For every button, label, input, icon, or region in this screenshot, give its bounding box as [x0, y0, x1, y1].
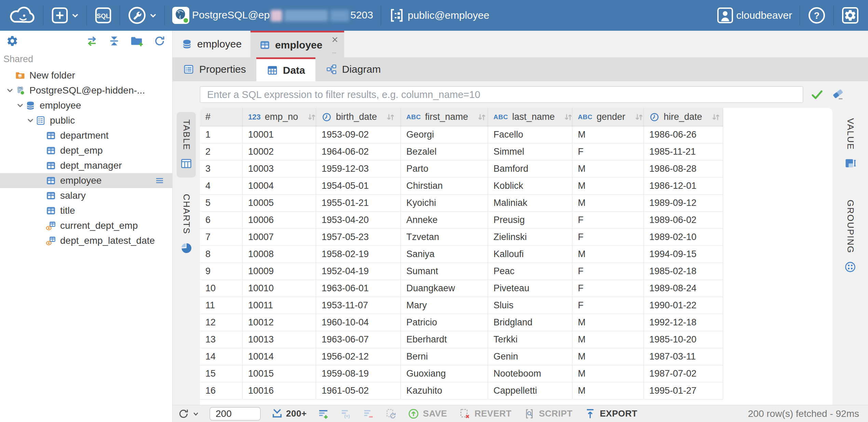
- data-cell-last_name[interactable]: Bridgland: [488, 314, 572, 331]
- table-row[interactable]: 13100131963-06-07EberhardtTerkkiM1985-10…: [200, 331, 723, 348]
- tab-diagram[interactable]: Diagram: [315, 57, 391, 81]
- sort-icon[interactable]: [710, 112, 721, 123]
- data-cell-emp_no[interactable]: 10006: [243, 212, 316, 228]
- table-row[interactable]: 2100021964-06-02BezalelSimmelF1985-11-21: [200, 143, 723, 160]
- data-cell-emp_no[interactable]: 10012: [243, 314, 316, 331]
- data-cell-gender[interactable]: M: [572, 178, 644, 194]
- data-cell-hire_date[interactable]: 1989-08-24: [644, 280, 723, 297]
- tree-item-employee[interactable]: employee: [0, 173, 172, 188]
- sidebar-settings-button[interactable]: [6, 35, 18, 47]
- presentation-tab-grouping[interactable]: GROUPING: [841, 192, 860, 281]
- settings-button[interactable]: [841, 6, 859, 24]
- data-cell-last_name[interactable]: Maliniak: [488, 195, 572, 211]
- tree-item-department[interactable]: department: [0, 128, 172, 143]
- data-cell-first_name[interactable]: Duangkaew: [401, 280, 488, 297]
- chevron-down-icon[interactable]: [5, 85, 15, 96]
- data-cell-emp_no[interactable]: 10003: [243, 160, 316, 177]
- tree-item-salary[interactable]: salary: [0, 188, 172, 203]
- data-cell-birth_date[interactable]: 1954-05-01: [316, 178, 401, 194]
- chevron-down-icon[interactable]: [15, 100, 25, 111]
- data-cell-birth_date[interactable]: 1959-12-03: [316, 160, 401, 177]
- data-cell-gender[interactable]: F: [572, 143, 644, 160]
- data-cell-emp_no[interactable]: 10002: [243, 143, 316, 160]
- sort-icon[interactable]: [634, 112, 645, 123]
- row-number-cell[interactable]: 2: [200, 143, 243, 160]
- data-cell-hire_date[interactable]: 1992-12-18: [644, 314, 723, 331]
- row-number-cell[interactable]: 12: [200, 314, 243, 331]
- sort-icon[interactable]: [476, 112, 487, 123]
- data-cell-birth_date[interactable]: 1961-05-02: [316, 382, 401, 399]
- data-cell-last_name[interactable]: Preusig: [488, 212, 572, 228]
- tools-button[interactable]: [127, 6, 157, 25]
- data-cell-hire_date[interactable]: 1987-07-02: [644, 365, 723, 382]
- column-header-hire_date[interactable]: hire_date: [644, 108, 723, 126]
- table-row[interactable]: 11100111953-11-07MarySluisF1990-01-22: [200, 297, 723, 314]
- data-cell-last_name[interactable]: Terkki: [488, 331, 572, 348]
- data-cell-first_name[interactable]: Eberhardt: [401, 331, 488, 348]
- sql-filter-input[interactable]: [200, 86, 803, 103]
- data-cell-emp_no[interactable]: 10005: [243, 195, 316, 211]
- data-cell-birth_date[interactable]: 1964-06-02: [316, 143, 401, 160]
- data-cell-gender[interactable]: M: [572, 314, 644, 331]
- user-menu[interactable]: cloudbeaver: [717, 7, 792, 24]
- tree-item-postgresql-ep-hidden-[interactable]: PostgreSQL@ep-hidden-...: [0, 83, 172, 98]
- data-cell-birth_date[interactable]: 1957-05-23: [316, 229, 401, 245]
- data-cell-first_name[interactable]: Patricio: [401, 314, 488, 331]
- data-cell-hire_date[interactable]: 1985-02-18: [644, 263, 723, 280]
- table-row[interactable]: 10100101963-06-01DuangkaewPiveteauF1989-…: [200, 280, 723, 297]
- row-number-cell[interactable]: 11: [200, 297, 243, 314]
- data-cell-birth_date[interactable]: 1959-08-19: [316, 365, 401, 382]
- row-number-cell[interactable]: 9: [200, 263, 243, 280]
- table-row[interactable]: 16100161961-05-02KazuhitoCappellettiM199…: [200, 382, 723, 399]
- data-cell-gender[interactable]: F: [572, 263, 644, 280]
- row-number-cell[interactable]: 14: [200, 348, 243, 365]
- data-cell-hire_date[interactable]: 1987-03-11: [644, 348, 723, 365]
- column-header-rownum[interactable]: #: [200, 108, 243, 126]
- export-button[interactable]: EXPORT: [584, 408, 637, 420]
- data-cell-birth_date[interactable]: 1963-06-01: [316, 280, 401, 297]
- row-number-cell[interactable]: 7: [200, 229, 243, 245]
- data-cell-first_name[interactable]: Kazuhito: [401, 382, 488, 399]
- sort-icon[interactable]: [306, 112, 317, 123]
- data-cell-birth_date[interactable]: 1963-06-07: [316, 331, 401, 348]
- data-cell-emp_no[interactable]: 10008: [243, 246, 316, 263]
- data-cell-last_name[interactable]: Koblick: [488, 178, 572, 194]
- data-cell-last_name[interactable]: Genin: [488, 348, 572, 365]
- table-row[interactable]: 4100041954-05-01ChirstianKoblickM1986-12…: [200, 178, 723, 195]
- tree-item-dept-emp-latest-date[interactable]: dept_emp_latest_date: [0, 233, 172, 248]
- close-tab-button[interactable]: [330, 35, 339, 44]
- data-cell-first_name[interactable]: Georgi: [401, 126, 488, 143]
- data-cell-last_name[interactable]: Kalloufi: [488, 246, 572, 263]
- data-cell-first_name[interactable]: Guoxiang: [401, 365, 488, 382]
- tree-item-current-dept-emp[interactable]: current_dept_emp: [0, 218, 172, 233]
- data-cell-last_name[interactable]: Simmel: [488, 143, 572, 160]
- tab-data[interactable]: Data: [256, 57, 315, 81]
- data-cell-emp_no[interactable]: 10001: [243, 126, 316, 143]
- editor-tab-employee[interactable]: employee: [173, 31, 250, 57]
- row-number-cell[interactable]: 8: [200, 246, 243, 263]
- data-cell-hire_date[interactable]: 1989-06-02: [644, 212, 723, 228]
- data-cell-hire_date[interactable]: 1986-06-26: [644, 126, 723, 143]
- tree-item-public[interactable]: public: [0, 113, 172, 128]
- data-cell-hire_date[interactable]: 1985-11-21: [644, 143, 723, 160]
- data-cell-emp_no[interactable]: 10014: [243, 348, 316, 365]
- table-row[interactable]: 9100091952-04-19SumantPeacF1985-02-18: [200, 263, 723, 280]
- data-cell-birth_date[interactable]: 1960-10-04: [316, 314, 401, 331]
- table-row[interactable]: 6100061953-04-20AnnekePreusigF1989-06-02: [200, 212, 723, 229]
- data-cell-emp_no[interactable]: 10015: [243, 365, 316, 382]
- data-cell-birth_date[interactable]: 1952-04-19: [316, 263, 401, 280]
- new-folder-button[interactable]: [130, 34, 144, 47]
- tab-menu-dots-icon[interactable]: [329, 51, 339, 55]
- data-cell-gender[interactable]: M: [572, 246, 644, 263]
- data-cell-emp_no[interactable]: 10010: [243, 280, 316, 297]
- fetch-next-page-button[interactable]: 200+: [271, 408, 307, 420]
- column-header-gender[interactable]: ABCgender: [572, 108, 644, 126]
- row-number-cell[interactable]: 15: [200, 365, 243, 382]
- data-cell-last_name[interactable]: Zielinski: [488, 229, 572, 245]
- sql-editor-button[interactable]: SQL: [94, 6, 112, 24]
- data-cell-gender[interactable]: M: [572, 382, 644, 399]
- data-cell-last_name[interactable]: Piveteau: [488, 280, 572, 297]
- table-row[interactable]: 15100151959-08-19GuoxiangNooteboomM1987-…: [200, 365, 723, 382]
- data-cell-last_name[interactable]: Nooteboom: [488, 365, 572, 382]
- add-row-button[interactable]: [317, 408, 329, 420]
